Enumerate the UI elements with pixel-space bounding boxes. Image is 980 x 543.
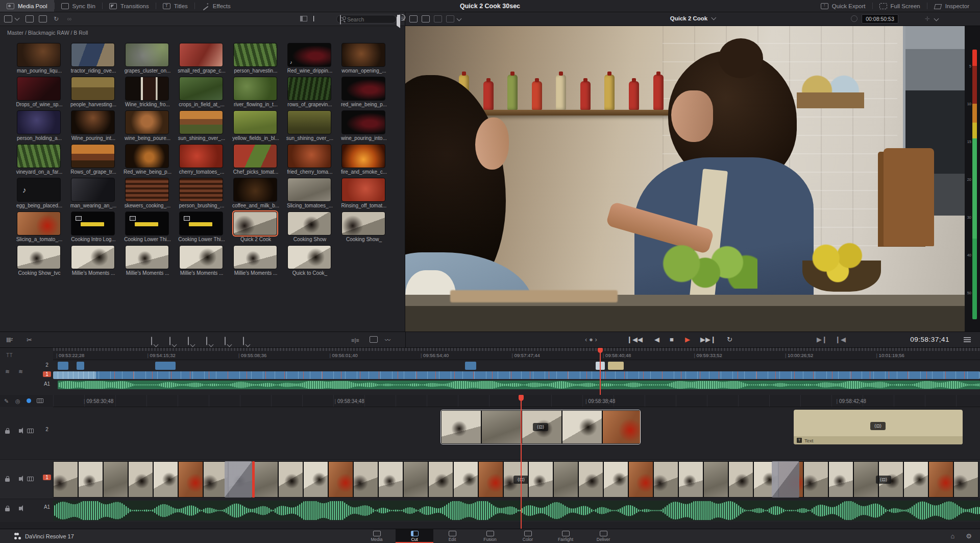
media-clip-thumbnail[interactable]: [71, 43, 115, 67]
media-clip-thumbnail[interactable]: [341, 77, 385, 101]
media-clip-thumbnail[interactable]: [341, 43, 385, 67]
topbar-item-titles[interactable]: Titles: [156, 0, 194, 12]
trim-mode-icon[interactable]: ≡|≡: [351, 336, 359, 344]
tab-edit[interactable]: Edit: [433, 529, 471, 543]
bin-list-icon[interactable]: [4, 15, 12, 22]
go-to-end-button[interactable]: ▶▶❙: [700, 336, 716, 343]
timeline-tool-c-icon[interactable]: ≋: [18, 368, 23, 375]
media-clip-thumbnail[interactable]: [179, 211, 223, 235]
media-clip-thumbnail[interactable]: [17, 211, 61, 235]
media-clip-thumbnail[interactable]: [71, 110, 115, 134]
media-clip-thumbnail[interactable]: [17, 245, 61, 269]
media-clip-thumbnail[interactable]: [17, 144, 61, 168]
media-clip-thumbnail[interactable]: [287, 211, 331, 235]
title-clip[interactable]: ⟨⊡⟩ T Text: [794, 410, 963, 444]
camera-icon[interactable]: [340, 15, 341, 25]
play-reverse-button[interactable]: ◀: [654, 336, 659, 343]
thumbnail-view-icon[interactable]: [313, 16, 315, 21]
media-clip-thumbnail[interactable]: [71, 178, 115, 202]
filmstrip-view-icon[interactable]: [300, 16, 307, 21]
relink-icon[interactable]: ∞: [65, 15, 74, 22]
speaker-icon[interactable]: [19, 477, 21, 481]
filmstrip-icon[interactable]: [27, 429, 34, 433]
media-clip-thumbnail[interactable]: [17, 43, 61, 67]
media-clip-thumbnail[interactable]: [179, 110, 223, 134]
media-clip-thumbnail[interactable]: [17, 77, 61, 101]
tab-fairlight[interactable]: Fairlight: [547, 529, 584, 543]
lower-playhead[interactable]: [521, 395, 522, 529]
media-clip-thumbnail[interactable]: [125, 211, 169, 235]
media-clip-thumbnail[interactable]: [233, 245, 277, 269]
project-settings-icon[interactable]: ⚙: [966, 532, 972, 540]
timeline-tool-b-icon[interactable]: ≋: [5, 368, 10, 375]
viewer-mode-chevron-icon[interactable]: [457, 16, 462, 21]
timeline-zoom-icon[interactable]: ‖‖ᶻ: [6, 336, 12, 344]
media-clip-thumbnail[interactable]: [17, 110, 61, 134]
topbar-item-quick-export[interactable]: Quick Export: [814, 0, 872, 12]
upper-timeline-ruler[interactable]: 09:53:22;2809:54:15;3209:55:08;3609:56:0…: [53, 348, 980, 360]
upper-playhead[interactable]: [600, 348, 601, 395]
previous-clip-icon[interactable]: ‹ ● ›: [585, 336, 597, 343]
media-clip-thumbnail[interactable]: [287, 77, 331, 101]
picture-in-picture-icon[interactable]: [370, 336, 378, 343]
audio-mute-icon[interactable]: [394, 14, 400, 28]
media-clip-thumbnail[interactable]: [341, 178, 385, 202]
upper-timeline-clip[interactable]: [465, 362, 476, 370]
transform-chevron-icon[interactable]: [934, 16, 939, 21]
audio-waveform-clip[interactable]: [53, 501, 980, 521]
media-clip-thumbnail[interactable]: ♪: [17, 178, 61, 202]
upper-video-track-2[interactable]: [53, 362, 980, 370]
media-clip-thumbnail[interactable]: [233, 211, 277, 235]
media-clip-thumbnail[interactable]: [179, 245, 223, 269]
loop-icon[interactable]: ↻: [727, 336, 732, 343]
media-clip-thumbnail[interactable]: [125, 77, 169, 101]
media-clip-thumbnail[interactable]: [71, 245, 115, 269]
media-clip-thumbnail[interactable]: [179, 144, 223, 168]
clip-tools-badge[interactable]: ⟨⊡⟩: [533, 423, 548, 431]
topbar-item-effects[interactable]: Effects: [195, 0, 237, 12]
topbar-item-sync-bin[interactable]: Sync Bin: [55, 0, 102, 12]
media-clip-thumbnail[interactable]: [71, 144, 115, 168]
match-frame-in-icon[interactable]: ❙◀: [835, 336, 846, 343]
upper-timeline-clip[interactable]: [608, 362, 624, 370]
media-clip-thumbnail[interactable]: [179, 77, 223, 101]
curve-tool-icon[interactable]: ✎: [4, 398, 9, 405]
timeline-tool-a-icon[interactable]: ⟙⟙: [6, 352, 13, 359]
viewer-stage[interactable]: 5101520304050: [405, 26, 980, 332]
media-clip-thumbnail[interactable]: [125, 144, 169, 168]
media-clip-thumbnail[interactable]: [341, 211, 385, 235]
lock-icon[interactable]: [5, 478, 10, 482]
topbar-item-media-pool[interactable]: Media Pool: [0, 0, 54, 12]
topbar-item-transitions[interactable]: Transitions: [103, 0, 156, 12]
marker-tool-icon[interactable]: ◎: [15, 398, 20, 405]
speaker-icon[interactable]: [19, 507, 21, 510]
upper-timeline-clip[interactable]: [58, 362, 68, 370]
media-clip-thumbnail[interactable]: [179, 178, 223, 202]
speaker-icon[interactable]: [19, 429, 21, 433]
match-frame-out-icon[interactable]: ▶❙: [817, 336, 827, 343]
tab-fusion[interactable]: Fusion: [471, 529, 509, 543]
audio-track-lane[interactable]: [0, 499, 980, 522]
media-clip-thumbnail[interactable]: [233, 110, 277, 134]
media-clip-thumbnail[interactable]: [233, 178, 277, 202]
upper-video-track-1[interactable]: [58, 371, 980, 379]
lock-icon[interactable]: [5, 508, 10, 511]
tools-icon[interactable]: 〰: [385, 336, 390, 344]
film-tool-icon[interactable]: [37, 398, 43, 404]
upper-track1-lead-clip[interactable]: [53, 371, 96, 379]
append-icon[interactable]: [169, 337, 170, 345]
media-clip-thumbnail[interactable]: [71, 211, 115, 235]
transform-icon[interactable]: ✛: [925, 15, 930, 22]
media-clip-thumbnail[interactable]: ♪: [287, 43, 331, 67]
video1-filmstrip[interactable]: [53, 461, 980, 498]
sync-icon[interactable]: ↻: [52, 15, 60, 22]
media-clip-thumbnail[interactable]: [233, 77, 277, 101]
lower-timeline-ruler[interactable]: 09:58:30;4809:58:34;4809:58:38;4809:58:4…: [53, 395, 980, 407]
media-clip-thumbnail[interactable]: [287, 245, 331, 269]
media-clip-thumbnail[interactable]: [71, 77, 115, 101]
play-button[interactable]: ▶: [685, 336, 690, 343]
split-clip-icon[interactable]: ✂: [27, 336, 32, 344]
upper-timeline-clip[interactable]: [77, 362, 84, 370]
media-clip-thumbnail[interactable]: [341, 144, 385, 168]
filmstrip-icon[interactable]: [27, 477, 34, 481]
